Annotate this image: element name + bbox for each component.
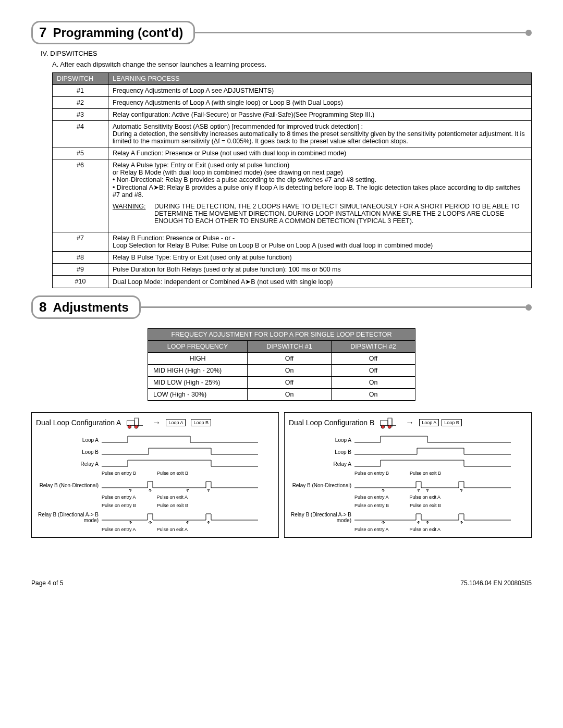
section-8-header: 8 Adjustments bbox=[31, 295, 532, 319]
svg-point-9 bbox=[388, 425, 391, 428]
diagram-b: Dual Loop Configuration B → Loop A Loop … bbox=[284, 412, 532, 538]
wave-icon bbox=[102, 435, 274, 445]
forklift-icon bbox=[380, 416, 400, 429]
dip-th-2: LEARNING PROCESS bbox=[108, 73, 532, 85]
svg-point-3 bbox=[134, 425, 138, 428]
dip-th-1: DIPSWITCH bbox=[53, 73, 108, 85]
section-7-title: Programming (cont'd) bbox=[53, 26, 183, 40]
dipswitch-table: DIPSWITCH LEARNING PROCESS #1Frequency A… bbox=[52, 72, 532, 288]
section-7-num: 7 bbox=[39, 24, 46, 41]
forklift-icon bbox=[126, 416, 147, 429]
svg-rect-1 bbox=[134, 418, 139, 425]
svg-rect-0 bbox=[127, 421, 134, 426]
frequency-table: FREQUECY ADJUSTMENT FOR LOOP A FOR SINGL… bbox=[148, 328, 415, 401]
page-footer: Page 4 of 5 75.1046.04 EN 20080505 bbox=[31, 579, 532, 587]
dipswitch-sub: A. After each dipswitch change the senso… bbox=[52, 60, 532, 68]
dipswitch-heading: IV. DIPSWITCHES bbox=[41, 50, 532, 57]
section-7-header: 7 Programming (cont'd) bbox=[31, 21, 532, 44]
footer-left: Page 4 of 5 bbox=[31, 579, 63, 587]
section-8-title: Adjustments bbox=[53, 300, 128, 315]
footer-right: 75.1046.04 EN 20080505 bbox=[460, 579, 532, 587]
diagram-a: Dual Loop Configuration A → Loop A Loop … bbox=[31, 412, 279, 538]
section-8-num: 8 bbox=[39, 299, 46, 315]
svg-rect-6 bbox=[381, 421, 388, 426]
svg-rect-7 bbox=[388, 418, 392, 425]
svg-point-2 bbox=[128, 425, 131, 428]
svg-point-8 bbox=[381, 425, 384, 428]
diagrams-row: Dual Loop Configuration A → Loop A Loop … bbox=[31, 412, 532, 538]
